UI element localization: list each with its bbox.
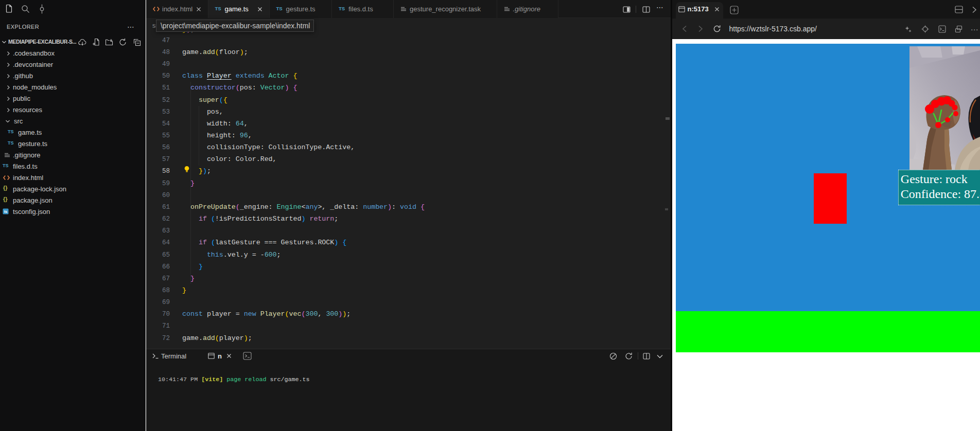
svg-text:ts: ts bbox=[4, 210, 7, 213]
